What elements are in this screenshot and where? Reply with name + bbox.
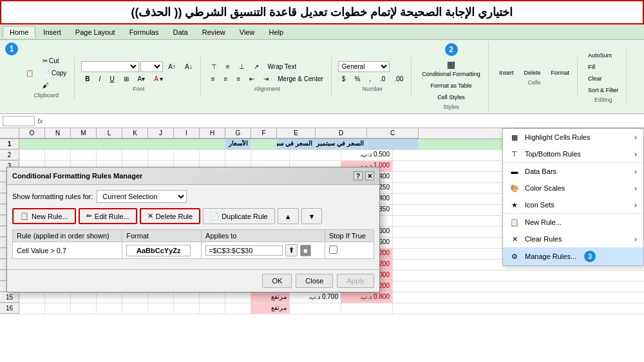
col-n[interactable]: N [45,128,71,138]
sort-filter-button[interactable]: Sort & Filter [584,85,623,95]
cf-move-up-button[interactable]: ▲ [278,208,299,224]
sheet-cell[interactable] [148,303,174,314]
format-button[interactable]: Format [547,68,573,78]
sheet-cell[interactable] [174,292,200,303]
cf-move-down-button[interactable]: ▼ [301,208,323,224]
tab-data[interactable]: Data [166,26,194,38]
tab-view[interactable]: View [233,26,261,38]
clear-button[interactable]: Clear [584,73,623,84]
sheet-cell[interactable] [97,150,122,160]
dropdown-clear-rules[interactable]: ✕ Clear Rules › [503,231,643,247]
tab-page-layout[interactable]: Page Layout [69,26,122,38]
insert-button[interactable]: Insert [495,68,518,78]
col-e[interactable]: E [277,128,316,138]
cf-apply-button[interactable]: Apply [337,274,374,288]
col-i[interactable]: I [174,128,200,138]
cell-m1[interactable] [71,139,97,149]
sheet-cell-price-c[interactable]: 0.500 د.ب. [341,150,393,160]
wrap-text-button[interactable]: Wrap Text [264,61,301,72]
increase-indent-button[interactable]: ⇥ [260,73,272,84]
table-row[interactable]: Cell Value > 0.7 AaBbCcYyZz ⬆ ■ [13,242,374,259]
cell-l1[interactable] [97,139,122,149]
sheet-cell[interactable] [71,303,97,314]
cf-ok-button[interactable]: OK [262,274,292,288]
cf-applies-to-picker-button[interactable]: ⬆ [285,244,298,256]
cell-f1[interactable] [251,139,277,149]
sheet-cell[interactable] [19,292,45,303]
font-decrease-button[interactable]: A↓ [181,61,196,72]
tab-review[interactable]: Review [196,26,232,38]
col-g[interactable]: G [225,128,251,138]
col-l[interactable]: L [97,128,122,138]
sheet-cell-status[interactable]: مرتفع [251,292,290,303]
align-right-button[interactable]: ≡ [232,73,244,84]
cell-d1[interactable]: السعر في سبتمبر [316,139,367,149]
bold-button[interactable]: B [81,73,93,84]
tab-insert[interactable]: Insert [37,26,68,38]
tab-formulas[interactable]: Formulas [123,26,166,38]
cf-edit-rule-button[interactable]: ✏ Edit Rule... [79,208,137,224]
cell-g1[interactable]: الأسعار [225,139,251,149]
cf-delete-rule-button[interactable]: ✕ Delete Rule [140,208,200,224]
align-left-button[interactable]: ≡ [207,73,219,84]
col-f[interactable]: F [251,128,277,138]
cell-e1[interactable]: السعر في سبتمبر [277,139,316,149]
format-as-table-button[interactable]: Format as Table [426,81,475,91]
sheet-cell[interactable] [71,150,97,160]
dropdown-data-bars[interactable]: ▬ Data Bars › [503,162,643,180]
sheet-cell[interactable] [97,292,122,303]
fill-button[interactable]: Fill [584,62,623,72]
sheet-cell-status[interactable]: مرتفع [251,303,290,314]
cf-stop-if-true-checkbox[interactable] [329,245,337,254]
sheet-cell[interactable] [122,292,148,303]
cell-c1[interactable] [367,139,419,149]
number-format-select[interactable]: General [338,61,390,72]
cell-n1[interactable] [45,139,71,149]
sheet-cell[interactable] [225,292,251,303]
cf-close-button[interactable]: Close [296,274,333,288]
underline-button[interactable]: U [106,73,118,84]
sheet-cell[interactable] [200,292,225,303]
col-k[interactable]: K [122,128,148,138]
sheet-cell[interactable] [122,150,148,160]
col-c[interactable]: C [367,128,419,138]
border-button[interactable]: ⊞ [120,73,133,84]
sheet-cell-price-d[interactable]: 0.700 د.ب. [290,292,341,303]
cf-applies-to-input[interactable] [205,245,283,256]
cell-k1[interactable] [122,139,148,149]
cut-button[interactable]: ✂ Cut [39,55,70,66]
col-j[interactable]: J [148,128,174,138]
conditional-formatting-button[interactable]: ▦ Conditional Formatting [418,57,484,79]
increase-decimal-button[interactable]: .00 [390,73,407,84]
font-size-select[interactable] [140,61,163,72]
sheet-cell[interactable] [45,292,71,303]
col-m[interactable]: M [71,128,97,138]
delete-button[interactable]: Delete [520,68,544,78]
cf-applies-to-clear-button[interactable]: ■ [300,245,311,256]
dropdown-top-bottom[interactable]: ⊤ Top/Bottom Rules › [503,146,643,162]
copy-button[interactable]: 📄 Copy [39,68,70,79]
dropdown-new-rule[interactable]: 📋 New Rule... [503,213,643,231]
sheet-cell[interactable] [19,303,45,314]
center-button[interactable]: ≡ [220,73,232,84]
decrease-decimal-button[interactable]: .0 [376,73,389,84]
cf-dialog-close-button[interactable]: ✕ [365,171,374,180]
tab-help[interactable]: Help [262,26,290,38]
cf-dialog-help-button[interactable]: ? [354,171,363,180]
dropdown-manage-rules[interactable]: ⚙ Manage Rules... 3 [503,247,643,265]
orientation-button[interactable]: ↗ [250,61,263,72]
col-h[interactable]: H [200,128,225,138]
dropdown-icon-sets[interactable]: ★ Icon Sets › [503,196,643,213]
sheet-cell[interactable] [174,303,200,314]
autosum-button[interactable]: AutoSum [584,50,623,61]
sheet-cell[interactable] [200,303,225,314]
format-painter-button[interactable]: 🖌 [39,80,70,91]
sheet-cell-price-c[interactable]: 0.800 د.ب. [341,292,393,303]
sheet-cell[interactable] [45,303,71,314]
font-family-select[interactable] [81,61,139,72]
sheet-cell-price-d[interactable] [290,303,341,314]
sheet-cell[interactable] [200,150,225,160]
cell-o1[interactable] [19,139,45,149]
sheet-cell[interactable] [122,303,148,314]
cell-styles-button[interactable]: Cell Styles [433,92,469,102]
